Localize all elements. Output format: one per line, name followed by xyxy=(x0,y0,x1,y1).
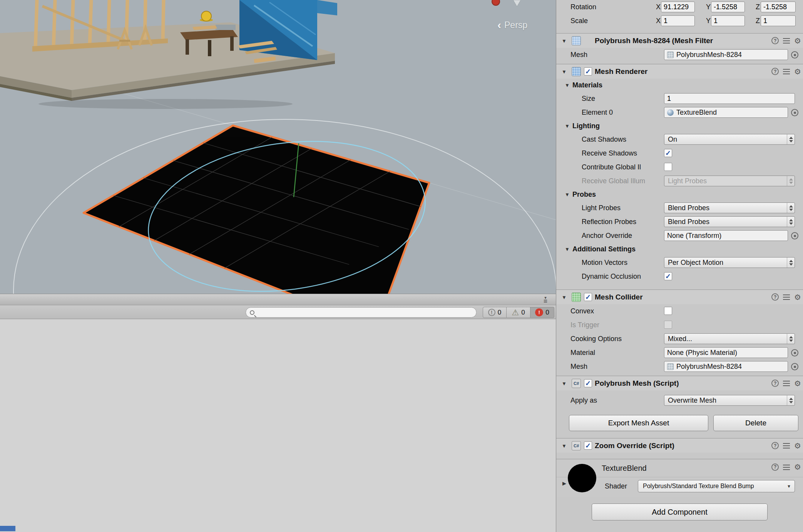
help-icon[interactable]: ? xyxy=(771,463,779,471)
scene-view[interactable]: ‹ Persp xyxy=(0,0,556,294)
scale-x-input[interactable] xyxy=(664,17,692,25)
info-count: 0 xyxy=(498,309,501,316)
materials-size-field[interactable] xyxy=(664,93,795,104)
materials-size-input[interactable] xyxy=(667,95,792,103)
probes-foldout[interactable]: ▼ Probes xyxy=(556,188,803,201)
foldout-icon[interactable]: ▼ xyxy=(562,380,567,386)
object-picker-icon[interactable] xyxy=(791,109,798,116)
materials-foldout[interactable]: ▼ Materials xyxy=(556,79,803,92)
physic-material-row: Material None (Physic Material) xyxy=(556,346,803,360)
info-filter-button[interactable]: ! 0 xyxy=(483,307,507,318)
perspective-indicator[interactable]: ‹ Persp xyxy=(497,19,527,31)
gear-icon[interactable]: ⚙ xyxy=(794,68,801,75)
mesh-renderer-enabled-checkbox[interactable]: ✓ xyxy=(584,67,592,75)
preset-icon[interactable] xyxy=(783,380,790,386)
mesh-object-field[interactable]: PolybrushMesh-8284 xyxy=(664,49,788,60)
cast-shadows-label: Cast Shadows xyxy=(582,136,626,144)
zoom-override-enabled-checkbox[interactable]: ✓ xyxy=(584,442,592,450)
preset-icon[interactable] xyxy=(783,464,790,470)
rotation-x-input[interactable] xyxy=(664,3,692,11)
foldout-icon[interactable]: ▼ xyxy=(562,69,567,74)
element0-object-field[interactable]: TextureBlend xyxy=(664,107,788,118)
add-component-button[interactable]: Add Component xyxy=(592,504,768,520)
gear-icon[interactable]: ⚙ xyxy=(794,293,801,301)
materials-element0-row: Element 0 TextureBlend xyxy=(556,105,803,119)
pane-menu-icon[interactable]: ▾ ≡ xyxy=(540,294,550,305)
gear-icon[interactable]: ⚙ xyxy=(794,37,801,45)
contribute-gi-checkbox[interactable] xyxy=(664,163,672,171)
physic-material-label: Material xyxy=(570,349,595,357)
warning-filter-button[interactable]: ⚠ 0 xyxy=(507,307,530,318)
probes-label: Probes xyxy=(572,191,596,199)
receive-gi-row: Receive Global Illum Light Probes xyxy=(556,174,803,188)
hard-hat xyxy=(201,11,211,21)
gear-icon[interactable]: ⚙ xyxy=(794,380,801,387)
foldout-icon[interactable]: ▶ xyxy=(562,480,566,486)
material-preview-sphere[interactable] xyxy=(568,464,596,492)
gizmo-axis-ball-icon[interactable] xyxy=(492,0,500,5)
materials-label: Materials xyxy=(572,81,602,89)
scale-z-input[interactable] xyxy=(763,17,793,25)
console-titlebar[interactable]: ▾ ≡ xyxy=(0,294,556,305)
foldout-icon[interactable]: ▼ xyxy=(562,443,567,448)
scale-y-input[interactable] xyxy=(714,17,742,25)
object-picker-icon[interactable] xyxy=(791,363,798,370)
help-icon[interactable]: ? xyxy=(771,293,779,301)
rotation-y-input[interactable] xyxy=(714,3,742,11)
cooking-options-dropdown[interactable]: Mixed... xyxy=(664,333,795,344)
gear-icon[interactable]: ⚙ xyxy=(794,463,801,471)
foldout-icon[interactable]: ▼ xyxy=(562,294,567,300)
shader-dropdown[interactable]: Polybrush/Standard Texture Blend Bump ▼ xyxy=(638,480,795,492)
polybrush-enabled-checkbox[interactable]: ✓ xyxy=(584,379,592,387)
collider-mesh-field[interactable]: PolybrushMesh-8284 xyxy=(664,361,788,372)
dropdown-arrows-icon xyxy=(787,134,795,144)
export-mesh-asset-button[interactable]: Export Mesh Asset xyxy=(569,415,708,431)
dropdown-arrows-icon xyxy=(787,217,795,227)
axis-x-label: X xyxy=(656,17,661,25)
motion-vectors-dropdown[interactable]: Per Object Motion xyxy=(664,257,795,268)
inspector-panel: Rotation X Y Z Scale X Y Z ▼ Polyb xyxy=(556,0,803,532)
materials-size-row: Size xyxy=(556,92,803,105)
size-label: Size xyxy=(582,95,595,103)
physic-material-field[interactable]: None (Physic Material) xyxy=(664,347,788,358)
lighting-foldout[interactable]: ▼ Lighting xyxy=(556,119,803,132)
persp-label: Persp xyxy=(504,20,527,30)
anchor-override-label: Anchor Override xyxy=(582,232,632,240)
preset-icon[interactable] xyxy=(783,38,790,43)
console-search[interactable] xyxy=(246,307,477,318)
gizmo-arrow-icon: ‹ xyxy=(497,19,501,31)
cast-shadows-dropdown[interactable]: On xyxy=(664,134,795,145)
preset-icon[interactable] xyxy=(783,443,790,448)
csharp-script-icon: C# xyxy=(572,379,581,388)
rotation-z-input[interactable] xyxy=(763,3,793,11)
apply-as-row: Apply as Overwrite Mesh xyxy=(556,393,803,407)
object-picker-icon[interactable] xyxy=(791,349,798,356)
reflection-probes-dropdown[interactable]: Blend Probes xyxy=(664,216,795,227)
console-search-input[interactable] xyxy=(258,309,472,316)
preset-icon[interactable] xyxy=(783,294,790,300)
receive-shadows-checkbox[interactable]: ✓ xyxy=(664,149,672,157)
additional-settings-foldout[interactable]: ▼ Additional Settings xyxy=(556,243,803,256)
dynamic-occlusion-checkbox[interactable]: ✓ xyxy=(664,272,672,280)
light-probes-dropdown[interactable]: Blend Probes xyxy=(664,202,795,213)
light-probes-row: Light Probes Blend Probes xyxy=(556,201,803,215)
cooking-options-label: Cooking Options xyxy=(570,335,622,343)
gear-icon[interactable]: ⚙ xyxy=(794,442,801,450)
object-picker-icon[interactable] xyxy=(791,51,798,59)
apply-as-dropdown[interactable]: Overwrite Mesh xyxy=(664,395,795,406)
error-filter-button[interactable]: ! 0 xyxy=(530,307,554,318)
help-icon[interactable]: ? xyxy=(771,380,779,387)
receive-gi-dropdown: Light Probes xyxy=(664,176,795,186)
delete-button[interactable]: Delete xyxy=(713,415,798,431)
console-log-area[interactable] xyxy=(0,319,556,531)
convex-checkbox[interactable] xyxy=(664,307,672,315)
preset-icon[interactable] xyxy=(783,69,790,74)
help-icon[interactable]: ? xyxy=(771,68,779,75)
apply-as-label: Apply as xyxy=(570,396,597,405)
foldout-icon[interactable]: ▼ xyxy=(562,38,567,43)
help-icon[interactable]: ? xyxy=(771,37,779,44)
anchor-override-field[interactable]: None (Transform) xyxy=(664,230,788,241)
mesh-collider-enabled-checkbox[interactable]: ✓ xyxy=(584,293,592,301)
help-icon[interactable]: ? xyxy=(771,442,779,449)
object-picker-icon[interactable] xyxy=(791,232,798,239)
